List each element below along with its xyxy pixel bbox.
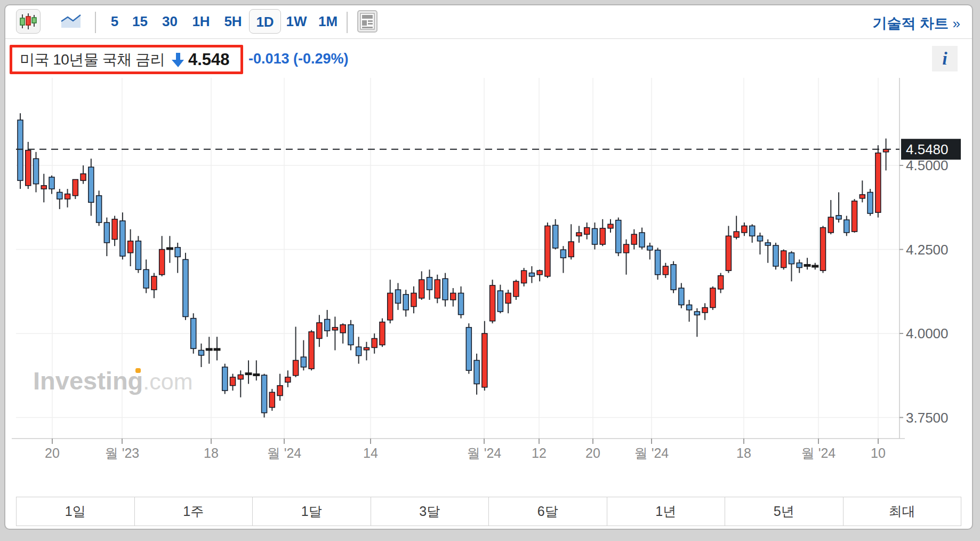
candle-body (671, 265, 676, 290)
timeframe-5[interactable]: 5 (104, 9, 125, 34)
candle-body (34, 158, 39, 184)
x-axis-label: 18 (204, 445, 219, 460)
change-value: -0.013 (248, 51, 290, 67)
candle-body (765, 243, 770, 245)
candle-body (419, 280, 424, 298)
y-axis-label: 4.5000 (906, 157, 949, 173)
candle-body (277, 386, 283, 396)
candle-body (592, 228, 597, 244)
candle-body (191, 319, 196, 349)
last-price: 4.548 (188, 50, 230, 69)
area-chart-button[interactable] (59, 9, 83, 34)
title-annotation-box: 미국 10년물 국채 금리 4.548 (10, 45, 243, 74)
candle-body (183, 259, 188, 316)
candle-body (466, 328, 471, 371)
timeframe-1d[interactable]: 1D (249, 9, 281, 34)
x-axis-label: 월 '23 (105, 445, 140, 460)
timeframe-1m[interactable]: 1M (312, 9, 344, 34)
candle-body (702, 307, 708, 312)
candle-body (821, 228, 826, 271)
candle-body (553, 225, 558, 248)
candle-body (128, 241, 133, 253)
last-price-tag-text: 4.5480 (906, 141, 949, 157)
chevron-right-icon: » (953, 15, 960, 31)
candlestick-chart[interactable]: 4.50004.25004.00003.750020월 '2318월 '2414… (0, 0, 980, 541)
period-button-8[interactable]: 최대 (844, 497, 962, 526)
candle-body (600, 228, 605, 244)
candle-body (568, 242, 574, 257)
candle-body (490, 285, 495, 321)
x-axis-label: 20 (45, 445, 60, 460)
candle-body (309, 332, 314, 369)
candle-body (584, 228, 590, 235)
y-axis-label: 3.7500 (906, 410, 949, 426)
candle-body (734, 232, 739, 237)
period-button-5[interactable]: 6달 (489, 497, 607, 526)
candle-body (663, 266, 668, 275)
candle-body (742, 226, 747, 233)
candle-body (718, 276, 724, 289)
candle-body (773, 245, 778, 266)
period-button-1[interactable]: 1일 (16, 497, 135, 526)
candle-body (576, 233, 582, 236)
candle-body (151, 276, 157, 290)
candle-body (513, 281, 519, 296)
period-button-6[interactable]: 1년 (607, 497, 726, 526)
timeframe-15[interactable]: 15 (125, 9, 155, 34)
candle-body (18, 120, 23, 180)
toolbar-divider-2 (347, 12, 348, 33)
candle-body (222, 367, 228, 391)
candle-body (198, 351, 204, 355)
candle-body (852, 201, 857, 232)
timeframe-30[interactable]: 30 (155, 9, 185, 34)
timeframe-1h[interactable]: 1H (185, 9, 217, 34)
technical-chart-link[interactable]: 기술적 차트 » (873, 14, 961, 33)
candle-body (340, 325, 346, 333)
watermark-suffix: .com (143, 369, 192, 394)
candle-body (505, 293, 511, 303)
period-button-2[interactable]: 1주 (135, 497, 253, 526)
technical-chart-label: 기술적 차트 (873, 15, 949, 31)
period-button-row: 1일1주1달3달6달1년5년최대 (16, 497, 961, 526)
candle-body (679, 288, 684, 305)
toolbar-divider (95, 12, 96, 33)
candle-body (867, 192, 873, 213)
x-axis-label: 14 (363, 445, 378, 460)
period-button-4[interactable]: 3달 (371, 497, 489, 526)
candle-body (65, 194, 70, 199)
candle-doji (245, 372, 252, 375)
candle-body (639, 233, 645, 247)
candle-body (104, 222, 109, 243)
candle-body (143, 269, 149, 288)
area-chart-icon (60, 14, 82, 29)
candle-body (81, 174, 86, 181)
watermark-brand: Investing (33, 367, 143, 395)
period-button-3[interactable]: 1달 (253, 497, 371, 526)
news-view-button[interactable] (355, 9, 380, 34)
x-axis-label: 18 (736, 445, 751, 460)
info-button[interactable]: i (932, 46, 958, 71)
candle-body (560, 250, 566, 258)
timeframe-1w[interactable]: 1W (281, 9, 312, 34)
candle-body (844, 220, 849, 233)
price-down-arrow-icon (171, 52, 185, 70)
toolbar-separator (5, 38, 972, 39)
candle-body (403, 295, 408, 310)
candle-body (647, 246, 653, 250)
chart-widget: 4.50004.25004.00003.750020월 '2318월 '2414… (0, 0, 980, 541)
timeframe-5h[interactable]: 5H (217, 9, 249, 34)
watermark-orange-dot (135, 368, 141, 373)
candle-body (545, 226, 550, 276)
candlestick-chart-button[interactable] (16, 9, 41, 34)
candle-body (435, 280, 440, 298)
period-button-7[interactable]: 5년 (725, 497, 844, 526)
candle-body (57, 192, 62, 199)
candle-body (459, 293, 464, 314)
info-icon: i (942, 49, 947, 69)
candle-body (325, 320, 330, 331)
candle-body (112, 219, 117, 240)
candlestick-chart-icon (19, 12, 37, 30)
candle-body (301, 357, 306, 367)
candle-body (395, 290, 400, 303)
candle-doji (812, 265, 818, 268)
